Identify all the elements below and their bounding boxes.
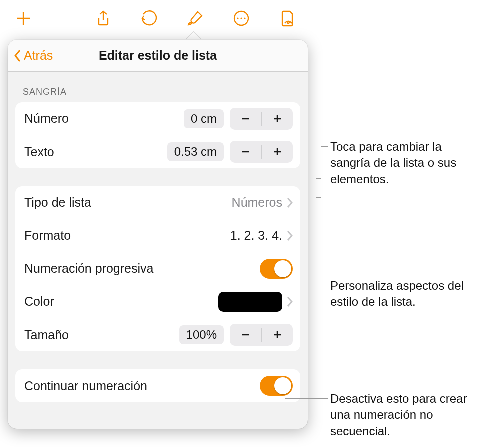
row-number-indent: Número 0 cm	[15, 102, 300, 136]
svg-point-4	[287, 22, 289, 24]
plus-icon	[15, 10, 32, 27]
indent-card: Número 0 cm Texto 0.53 cm	[15, 102, 300, 168]
row-continue: Continuar numeración	[15, 370, 300, 402]
text-indent-stepper	[230, 141, 293, 163]
size-label: Tamaño	[24, 328, 69, 342]
share-icon	[95, 10, 112, 27]
size-decrement[interactable]	[230, 324, 261, 346]
text-indent-value[interactable]: 0.53 cm	[167, 142, 224, 162]
number-indent-value[interactable]: 0 cm	[184, 110, 224, 128]
continue-label: Continuar numeración	[24, 379, 147, 394]
list-type-value: Números	[232, 196, 282, 210]
number-indent-stepper	[230, 108, 293, 130]
style-card: Tipo de lista Números Formato 1. 2. 3. 4…	[15, 186, 300, 352]
color-label: Color	[24, 294, 54, 309]
chevron-left-icon	[13, 48, 23, 64]
chevron-right-icon	[286, 198, 293, 208]
format-label: Formato	[24, 228, 71, 243]
svg-point-2	[240, 18, 242, 19]
popover-header: Atrás Editar estilo de lista	[8, 40, 308, 72]
list-type-label: Tipo de lista	[24, 196, 91, 210]
continue-card: Continuar numeración	[15, 370, 300, 402]
size-stepper	[230, 324, 293, 346]
undo-icon	[141, 10, 158, 27]
add-button[interactable]	[0, 0, 46, 37]
row-format[interactable]: Formato 1. 2. 3. 4.	[15, 220, 300, 252]
chevron-right-icon	[286, 230, 293, 242]
chevron-right-icon	[286, 296, 293, 308]
share-button[interactable]	[80, 0, 126, 37]
text-indent-decrement[interactable]	[230, 141, 261, 163]
undo-button[interactable]	[126, 0, 172, 37]
callout-style: Personaliza aspectos del estilo de la li…	[330, 278, 475, 310]
bracket-indent	[316, 114, 321, 179]
text-indent-increment[interactable]	[262, 141, 293, 163]
number-indent-increment[interactable]	[262, 108, 293, 130]
progressive-switch[interactable]	[260, 259, 293, 279]
continue-switch[interactable]	[260, 376, 293, 396]
format-value: 1. 2. 3. 4.	[230, 228, 282, 243]
row-progressive: Numeración progresiva	[15, 252, 300, 286]
row-size: Tamaño 100%	[15, 318, 300, 352]
format-popover: Atrás Editar estilo de lista SANGRÍA Núm…	[8, 40, 308, 429]
row-color[interactable]: Color	[15, 286, 300, 318]
format-button[interactable]	[172, 0, 218, 37]
more-icon	[233, 10, 250, 27]
leader-continue	[285, 398, 328, 399]
bracket-style-tail	[321, 285, 328, 286]
svg-point-3	[244, 18, 245, 19]
back-button[interactable]: Atrás	[8, 48, 53, 64]
progressive-label: Numeración progresiva	[24, 262, 153, 276]
size-value[interactable]: 100%	[179, 326, 224, 344]
callout-indent: Toca para cambiar la sangría de la lista…	[330, 139, 475, 188]
callout-continue: Desactiva esto para crear una numeración…	[330, 391, 475, 440]
bracket-indent-tail	[321, 146, 328, 147]
row-list-type[interactable]: Tipo de lista Números	[15, 186, 300, 220]
document-eye-icon	[279, 10, 296, 27]
number-indent-label: Número	[24, 112, 69, 126]
text-indent-label: Texto	[24, 145, 54, 160]
size-increment[interactable]	[262, 324, 293, 346]
number-indent-decrement[interactable]	[230, 108, 261, 130]
popover-pointer	[186, 32, 202, 40]
section-header-indent: SANGRÍA	[8, 72, 308, 102]
row-text-indent: Texto 0.53 cm	[15, 136, 300, 168]
more-button[interactable]	[218, 0, 264, 37]
paintbrush-icon	[187, 10, 204, 27]
color-swatch	[218, 292, 282, 312]
bracket-style	[316, 198, 321, 372]
back-label: Atrás	[24, 48, 53, 63]
app-toolbar	[0, 0, 310, 38]
document-view-button[interactable]	[264, 0, 310, 37]
svg-point-1	[237, 18, 238, 19]
